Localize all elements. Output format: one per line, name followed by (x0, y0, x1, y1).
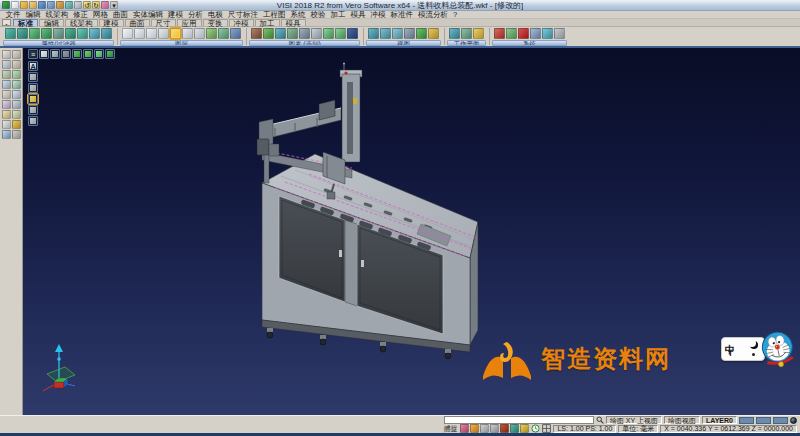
move-entity-icon[interactable] (12, 90, 21, 99)
toolbar-tab-5[interactable]: 曲面 (125, 19, 150, 26)
attribute-match-icon[interactable] (29, 28, 40, 39)
mirror-entity-icon[interactable] (12, 100, 21, 109)
color-swatch-1[interactable] (739, 417, 754, 424)
layer-hide-icon[interactable] (194, 28, 205, 39)
layer-box-icon[interactable] (158, 28, 169, 39)
toolbar-tab-2[interactable]: 编辑 (39, 19, 64, 26)
filter-all-icon[interactable] (41, 28, 52, 39)
attribute-paintbrush-icon[interactable] (5, 28, 16, 39)
transparent-sphere-icon[interactable] (94, 49, 104, 59)
filter-faces-icon[interactable] (65, 28, 76, 39)
collapse-toolbar-button[interactable]: - (2, 19, 11, 26)
layer-current-icon[interactable] (170, 28, 181, 39)
clip-plane-toggle-icon[interactable] (28, 116, 38, 126)
shaded-edges-sphere-icon[interactable] (83, 49, 93, 59)
menu-item-14[interactable]: 校验 (308, 11, 328, 19)
grid-icon[interactable] (542, 424, 551, 433)
trim-scissors-icon[interactable] (12, 50, 21, 59)
system-tools-icon[interactable] (554, 28, 565, 39)
system-window-icon[interactable] (530, 28, 541, 39)
workplane-tool-icon[interactable] (2, 130, 11, 139)
select-invert-icon[interactable] (299, 28, 310, 39)
layer-settings-icon[interactable] (230, 28, 241, 39)
menu-item-12[interactable]: 工程图 (261, 11, 289, 19)
workplane-xy-icon[interactable] (449, 28, 460, 39)
select-face-icon[interactable] (263, 28, 274, 39)
menu-item-11[interactable]: 尺寸标注 (226, 11, 261, 19)
snap-quadrant-icon[interactable] (490, 424, 499, 433)
menu-item-20[interactable]: ? (451, 11, 460, 19)
measure-icon[interactable] (2, 110, 11, 119)
filter-reset-icon[interactable] (101, 28, 112, 39)
toolbar-tab-10[interactable]: 加工 (255, 19, 280, 26)
menu-item-19[interactable]: 模流分析 (416, 11, 451, 19)
line-create-icon[interactable] (2, 80, 11, 89)
lights-toggle-icon[interactable] (28, 105, 38, 115)
annotation-toggle-icon[interactable]: A (28, 61, 38, 71)
attribute-copy-icon[interactable] (17, 28, 28, 39)
deselect-all-icon[interactable] (311, 28, 322, 39)
display-menu-icon[interactable]: ≡ (28, 49, 38, 59)
menu-item-1[interactable]: 文件 (3, 11, 23, 19)
wireframe-sphere-icon[interactable] (39, 49, 49, 59)
select-chain-icon[interactable] (287, 28, 298, 39)
menu-item-15[interactable]: 加工 (328, 11, 348, 19)
dimension-icon[interactable] (12, 110, 21, 119)
menu-item-8[interactable]: 建模 (166, 11, 186, 19)
toolbar-tab-4[interactable]: 建模 (99, 19, 124, 26)
select-entity-icon[interactable] (251, 28, 262, 39)
drawing-view-label[interactable]: 绘图视图 (664, 416, 700, 424)
erase-icon[interactable] (12, 60, 21, 69)
units-indicator[interactable]: 单位: 毫米 (618, 425, 658, 433)
flat-shade-sphere-icon[interactable] (61, 49, 71, 59)
grid-toggle-icon[interactable] (28, 72, 38, 82)
view-search-input[interactable] (444, 416, 594, 424)
filter-solids-icon[interactable] (77, 28, 88, 39)
menu-item-17[interactable]: 冲模 (368, 11, 388, 19)
toolbar-tab-8[interactable]: 变换 (203, 19, 228, 26)
timer-icon[interactable] (531, 424, 540, 433)
view-zoom-window-icon[interactable] (392, 28, 403, 39)
layer-indicator[interactable]: LAYER0 (702, 416, 737, 424)
layer-lock-icon[interactable] (182, 28, 193, 39)
color-swatch-2[interactable] (756, 417, 771, 424)
highlight-toggle-icon[interactable] (28, 94, 38, 104)
system-colors-icon[interactable] (494, 28, 505, 39)
menu-item-4[interactable]: 修正 (71, 11, 91, 19)
search-icon[interactable] (596, 416, 604, 424)
point-create-icon[interactable] (2, 70, 11, 79)
viewport-3d[interactable]: ≡ A 智造资料网 中 T (23, 48, 800, 415)
snap-tangent-icon[interactable] (520, 424, 529, 433)
view-zoom-all-icon[interactable] (416, 28, 427, 39)
toolbar-tab-3[interactable]: 线架构 (65, 19, 98, 26)
layer-open-icon[interactable] (134, 28, 145, 39)
toolbar-tab-6[interactable]: 尺寸 (151, 19, 176, 26)
snap-endpoint-icon[interactable] (480, 424, 489, 433)
menu-item-18[interactable]: 标准件 (388, 11, 416, 19)
menu-item-10[interactable]: 电极 (206, 11, 226, 19)
scale-indicator[interactable]: LS: 1.00 PS: 1.00 (553, 425, 616, 433)
select-filter-funnel-icon[interactable] (347, 28, 358, 39)
system-stop-icon[interactable] (518, 28, 529, 39)
select-body-icon[interactable] (275, 28, 286, 39)
toolbar-tab-11[interactable]: 模具 (281, 19, 306, 26)
active-view-label[interactable]: 绘图 XY 上视图 (606, 416, 662, 424)
select-arrow-up-icon[interactable] (323, 28, 334, 39)
shaded-sphere-icon[interactable] (72, 49, 82, 59)
toolbar-tab-7[interactable]: 应用 (177, 19, 202, 26)
filter-home-icon[interactable] (53, 28, 64, 39)
system-snowflake-icon[interactable] (542, 28, 553, 39)
snap-perpendicular-icon[interactable] (510, 424, 519, 433)
hidden-line-sphere-icon[interactable] (50, 49, 60, 59)
ime-fullwidth-icon[interactable] (750, 341, 758, 349)
snap-point-icon[interactable] (460, 424, 469, 433)
view-pan-icon[interactable] (380, 28, 391, 39)
render-quality-sphere-icon[interactable] (105, 49, 115, 59)
layer-image-icon[interactable] (206, 28, 217, 39)
layer-list-icon[interactable] (146, 28, 157, 39)
snap-intersection-icon[interactable] (500, 424, 509, 433)
menu-item-13[interactable]: 系统 (288, 11, 308, 19)
snap-grid-icon[interactable] (12, 70, 21, 79)
menu-item-5[interactable]: 网格 (91, 11, 111, 19)
copy-entity-icon[interactable] (2, 90, 11, 99)
